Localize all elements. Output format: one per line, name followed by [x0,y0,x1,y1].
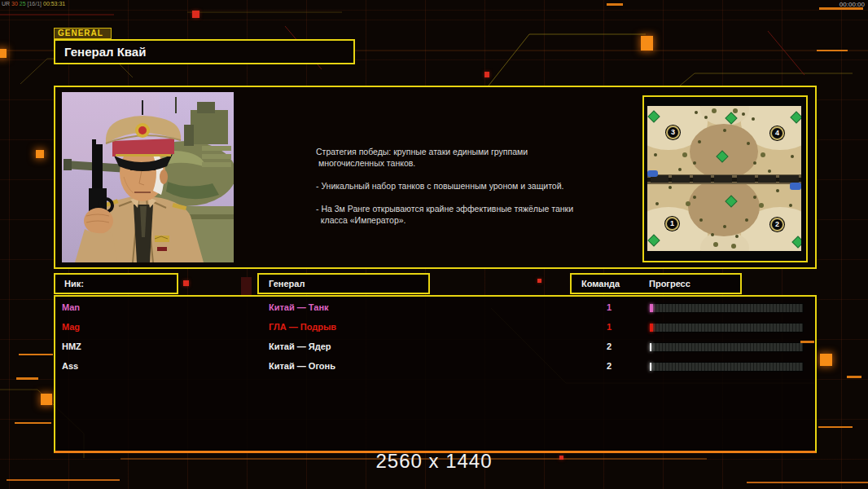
player-row: HMZКитай — Ядер2 [55,338,815,358]
player-row: ManКитай — Танк1 [55,299,815,319]
decor-square [36,150,44,158]
general-tab-label: GENERAL [54,28,112,39]
decor-dash [16,377,38,380]
decor-dash [19,354,53,355]
decor-square [41,394,52,405]
player-nick: HMZ [62,341,81,351]
player-general: Китай — Огонь [269,361,335,371]
match-timer: 00:00:00 [840,1,865,8]
player-progress-bar [649,342,804,352]
decor-square [484,72,489,77]
debug-segment: 25 [20,1,28,7]
player-general: Китай — Танк [269,302,329,312]
map-start-position-2: 2 [770,218,784,231]
description-line [316,169,589,180]
decor-dash [818,426,853,428]
player-progress-bar [649,323,804,333]
map-start-position-4: 4 [770,126,784,140]
debug-segment: 00:53:31 [43,1,65,7]
player-nick: Man [62,302,80,312]
game-lobby-screen: UR 30 25 [16/1] 00:53:31 00:00:00 GENERA… [0,0,868,489]
debug-segment: 30 [11,1,20,7]
decor-square [0,49,7,58]
resolution-label: 2560 x 1440 [0,450,868,473]
general-info-panel: Стратегия победы: крупные атаки едиными … [54,86,817,269]
player-team: 2 [581,341,612,351]
players-table: ManКитай — Танк1MagГЛА — Подрыв1HMZКитай… [54,295,817,453]
decor-dash [15,422,51,424]
decor-dash [800,341,814,343]
general-description: Стратегия победы: крупные атаки едиными … [316,146,589,226]
description-line: - Уникальный набор танков с повышенным у… [316,180,589,192]
decor-dash [817,50,848,51]
decor-square [183,280,189,286]
player-general: ГЛА — Подрыв [269,322,336,332]
map-preview-box: 3412 [642,95,808,262]
decor-square [537,279,541,283]
general-title-box: Генерал Квай [54,39,355,64]
general-title: Генерал Квай [55,41,353,63]
decor-square [820,354,832,366]
debug-segment: UR [2,1,11,7]
nick-header-label: Ник: [64,279,84,289]
decor-dash [847,376,861,378]
player-nick: Ass [62,361,78,371]
player-general: Китай — Ядер [269,341,331,351]
player-progress-bar [649,362,804,372]
player-progress-fill [650,363,651,371]
decor-square [192,11,199,18]
description-line: - На 3м Ранге открываются крайне эффекти… [316,203,589,214]
decor-square [641,36,653,51]
player-progress-fill [650,343,651,351]
description-line: многочисленных танков. [316,157,589,169]
debug-segment: [16/1] [28,1,43,7]
general-header-label: Генерал [269,279,305,289]
description-line: класса «Император». [316,214,589,226]
general-column-header: Генерал [257,273,430,294]
map-start-position-1: 1 [665,217,679,231]
decor-dash [607,3,623,6]
player-team: 1 [581,302,612,312]
player-progress-fill [650,324,653,332]
general-portrait-image [62,92,234,262]
player-progress-bar [649,303,804,313]
player-row: MagГЛА — Подрыв1 [55,319,815,338]
map-preview-image: 3412 [647,106,801,251]
debug-overlay-text: UR 30 25 [16/1] 00:53:31 [2,1,65,7]
player-team: 1 [581,322,612,332]
team-header-label: Команда [581,275,620,293]
team-progress-header: Команда Прогресс [570,273,742,294]
description-line: Стратегия победы: крупные атаки едиными … [316,146,589,157]
map-start-position-3: 3 [666,126,680,139]
decor-square [241,277,252,295]
progress-header-label: Прогресс [649,275,690,293]
player-nick: Mag [62,322,80,332]
player-team: 2 [581,361,612,371]
general-tab-text: GENERAL [58,29,103,37]
player-progress-fill [650,304,653,312]
nick-column-header: Ник: [54,273,178,294]
player-row: AssКитай — Огонь2 [55,358,815,377]
description-line [316,192,589,203]
